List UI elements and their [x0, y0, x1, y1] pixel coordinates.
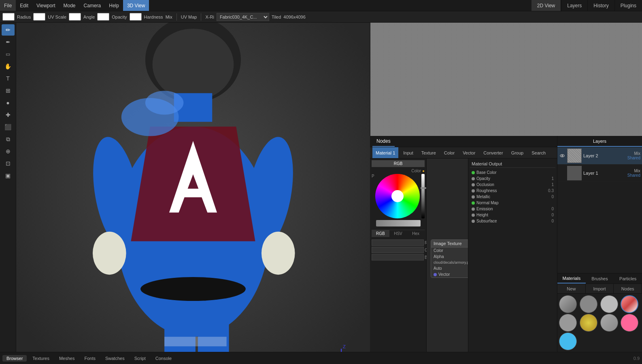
particles-panel-tab[interactable]: Particles	[614, 273, 642, 284]
hex-input-tab[interactable]: Hex	[407, 230, 425, 237]
fonts-tab[interactable]: Fonts	[80, 355, 100, 362]
mat-dot	[472, 177, 475, 180]
mat-new-btn[interactable]: New	[557, 284, 586, 293]
mat-row-label: Metallic	[476, 195, 544, 199]
material-swatch[interactable]	[580, 314, 597, 332]
tool-layers[interactable]: ⧉	[2, 133, 15, 145]
material-swatch[interactable]	[559, 295, 577, 313]
layer-name: Layer 1	[583, 171, 626, 176]
tool-fill[interactable]: ▭	[2, 49, 15, 60]
svg-rect-15	[198, 317, 229, 352]
opacity-input[interactable]: 0.8	[130, 13, 142, 21]
tool-add[interactable]: ✚	[2, 109, 15, 121]
material-swatch[interactable]	[559, 332, 577, 350]
layers-section: Layer 2MixSharedLayer 1MixShared	[557, 147, 642, 273]
layer-item[interactable]: Layer 1MixShared	[557, 165, 642, 182]
menu-camera[interactable]: Camera	[80, 0, 105, 11]
hsv-input-tab[interactable]: HSV	[389, 230, 407, 237]
tool-square[interactable]: ⬛	[2, 121, 15, 133]
bottom-bar: Browser Textures Meshes Fonts Swatches S…	[0, 352, 642, 364]
layers-panel-tab[interactable]: Layers	[557, 136, 642, 147]
nodes-menu-search[interactable]: Search	[528, 147, 549, 158]
svg-rect-14	[164, 317, 196, 352]
mat-output-row: Height0	[470, 212, 555, 218]
history-tab[interactable]: History	[587, 0, 614, 11]
nodes-menu-group[interactable]: Group	[508, 147, 527, 158]
menu-viewport[interactable]: Viewport	[32, 0, 59, 11]
view-2d-tab[interactable]: 2D View	[531, 0, 561, 11]
mat-actions: New Import Nodes	[557, 284, 642, 294]
swatches-tab[interactable]: Swatches	[101, 355, 129, 362]
right-panel-tabs: Layers	[557, 136, 642, 147]
tool-text[interactable]: T	[2, 73, 15, 84]
viewport-3d[interactable]: X Y Z	[16, 23, 370, 352]
layer-item[interactable]: Layer 2MixShared	[557, 147, 642, 165]
tool-grid[interactable]: ⊡	[2, 158, 15, 169]
material-swatch[interactable]	[600, 314, 618, 332]
material-swatch[interactable]	[621, 314, 638, 332]
rgb-tab[interactable]: RGB	[372, 160, 425, 167]
materials-panel-tab[interactable]: Materials	[557, 273, 586, 284]
menu-help[interactable]: Help	[105, 0, 123, 11]
tool-decal[interactable]: ▣	[2, 170, 15, 181]
brushes-panel-tab[interactable]: Brushes	[586, 273, 614, 284]
menu-mode[interactable]: Mode	[60, 0, 80, 11]
texture-canvas[interactable]	[370, 23, 642, 136]
image-texture-node[interactable]: Image Texture Color Alpha cloud/decals/a…	[431, 239, 468, 278]
tool-paint[interactable]: ✏	[2, 24, 15, 36]
uvscale-input[interactable]: 0	[69, 13, 81, 21]
version-label: 0.9	[633, 356, 640, 361]
first-input[interactable]: 0.5	[2, 13, 15, 21]
3d-canvas[interactable]: X Y Z	[16, 23, 370, 352]
toolbar: 0.5 Radius 1 UV Scale 0 Angle 1 Opacity …	[0, 11, 642, 23]
rgb-input-tab[interactable]: RGB	[372, 230, 389, 237]
nodes-menu-vector[interactable]: Vector	[459, 147, 478, 158]
r-input[interactable]: 0.7	[372, 239, 424, 246]
menu-file[interactable]: File	[0, 0, 16, 11]
material-swatch[interactable]	[600, 295, 618, 313]
menu-3dview[interactable]: 3D View	[123, 0, 149, 11]
mat-output-row: Opacity1	[470, 176, 555, 182]
textures-tab[interactable]: Textures	[28, 355, 53, 362]
materials-section: Materials Brushes Particles New Import N…	[557, 273, 642, 352]
mat-output-row: Subsurface0	[470, 218, 555, 224]
nodes-menu-color[interactable]: Color	[441, 147, 458, 158]
material-swatch[interactable]	[580, 295, 597, 313]
layer-blend-right: MixShared	[627, 169, 640, 178]
nodes-menu-converter[interactable]: Converter	[480, 147, 506, 158]
console-tab[interactable]: Console	[151, 355, 176, 362]
nodes-tab[interactable]: Nodes	[372, 136, 395, 147]
mat-import-btn[interactable]: Import	[586, 284, 614, 293]
plugins-tab[interactable]: Plugins	[614, 0, 642, 11]
svg-point-17	[140, 277, 246, 301]
nodes-menu-material[interactable]: Material 1	[372, 147, 398, 158]
color-bars: 0.7 R 0.7 G 0.7 B	[372, 239, 425, 261]
brightness-bar[interactable]	[421, 174, 425, 218]
tool-smear[interactable]: ✋	[2, 61, 15, 72]
angle-input[interactable]: 1	[97, 13, 109, 21]
tool-clone[interactable]: ●	[2, 97, 15, 108]
meshes-tab[interactable]: Meshes	[55, 355, 79, 362]
tool-stamp[interactable]: ⊞	[2, 85, 15, 96]
mat-nodes-btn[interactable]: Nodes	[614, 284, 642, 293]
node-graph[interactable]: MixRGB Color Mix use_clamp	[427, 159, 468, 352]
nodes-menu-input[interactable]: Input	[400, 147, 416, 158]
tool-eraser[interactable]: ✒	[2, 36, 15, 48]
mat-row-value: 0	[546, 195, 554, 199]
material-swatch[interactable]	[621, 295, 638, 313]
color-wheel[interactable]	[375, 174, 420, 218]
layer-visibility-toggle[interactable]	[559, 170, 565, 176]
browser-tab[interactable]: Browser	[2, 355, 27, 362]
nodes-menu-texture[interactable]: Texture	[418, 147, 439, 158]
radius-input[interactable]: 1	[33, 13, 45, 21]
tool-eyedrop[interactable]: ⊕	[2, 146, 15, 157]
menu-edit[interactable]: Edit	[16, 0, 32, 11]
material-swatch[interactable]	[559, 314, 577, 332]
b-input[interactable]: 0.7	[372, 254, 424, 260]
texture-select[interactable]: Fabric030_4K_C...	[217, 13, 269, 21]
layers-tab[interactable]: Layers	[561, 0, 587, 11]
g-input[interactable]: 0.7	[372, 247, 424, 253]
viewport-2d[interactable]	[370, 23, 642, 136]
script-tab[interactable]: Script	[130, 355, 150, 362]
layer-visibility-toggle[interactable]	[559, 152, 565, 159]
